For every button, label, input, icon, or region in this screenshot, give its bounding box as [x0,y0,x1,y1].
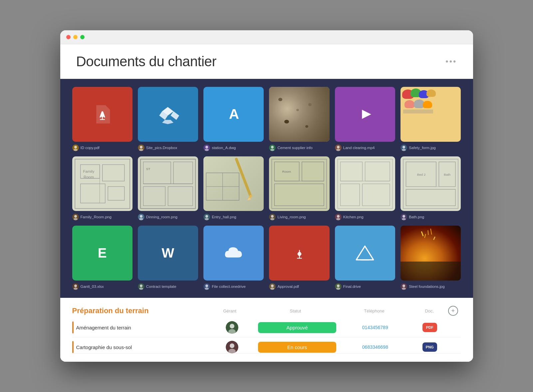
svg-marker-52 [247,197,251,200]
minimize-button[interactable] [73,35,78,39]
close-button[interactable] [66,35,71,39]
svg-point-23 [402,146,405,148]
avatar [203,283,210,290]
file-name: Gantt_03.xlsx [81,285,104,289]
grid-section: A ID copy.pdf [60,79,473,298]
avatar [138,214,144,220]
section-title-cell: Préparation du terrain [72,306,204,315]
svg-point-54 [205,215,208,218]
phone-number[interactable]: 0143456789 [336,325,414,330]
file-name: Approval.pdf [277,285,299,289]
svg-rect-39 [173,162,193,184]
list-item[interactable]: Site_pics.Dropbox [138,87,198,151]
list-item[interactable]: Kitchen.png [335,156,395,221]
avatar [269,214,276,220]
list-item[interactable]: Safety_form.jpg [400,87,461,151]
svg-point-63 [271,215,274,218]
list-item[interactable]: File collect.onedrive [203,226,264,290]
title-bar [60,30,473,44]
add-row-button[interactable]: + [448,306,458,316]
statut-cell: Approuvé [258,322,336,333]
list-item[interactable]: ST Dinning_room.png [138,156,198,221]
add-col-header: + [445,306,461,316]
task-cell: Cartographie du sous-sol [72,341,206,353]
svg-marker-7 [171,111,179,120]
doc-cell[interactable]: PDF [414,323,445,332]
list-item[interactable]: Land clearing.mp4 [335,87,395,151]
avatar [138,283,144,290]
list-item[interactable]: Entry_hall.png [203,156,264,221]
svg-point-88 [140,285,142,287]
list-item[interactable]: Approval.pdf [269,226,329,290]
svg-point-109 [230,343,234,348]
list-item[interactable]: Cement supplier info [269,87,329,151]
list-item[interactable]: A ID copy.pdf [72,87,133,151]
file-name: Safety_form.jpg [409,146,436,150]
maximize-button[interactable] [80,35,85,39]
section-title: Préparation du terrain [72,306,149,315]
col-header-statut: Statut [256,308,335,314]
svg-point-100 [337,285,340,287]
doc-cell[interactable]: PNG [414,342,445,352]
table-row: Cartographie du sous-sol En cours 068334… [72,337,461,354]
doc-badge: PNG [422,342,437,352]
svg-point-16 [271,146,274,148]
svg-point-85 [74,285,77,287]
file-name: Steel foundations.jpg [409,285,444,289]
svg-point-3 [74,146,77,148]
svg-point-72 [337,215,340,218]
file-name: station_A.dwg [212,146,236,150]
task-name: Cartographie du sous-sol [76,344,132,350]
list-item[interactable]: Family Room Family_Room.png [72,156,133,221]
avatar [72,214,79,220]
file-name: File collect.onedrive [212,285,246,289]
header-section: Documents du chantier ••• [60,44,473,79]
gerant-cell [206,321,258,334]
svg-point-91 [205,285,208,287]
file-name: Contract template [146,285,176,289]
table-section: Préparation du terrain Gérant Statut Tél… [60,298,473,362]
svg-rect-74 [403,159,458,208]
avatar [72,283,79,290]
svg-text:ST: ST [146,167,150,171]
file-name: Living_room.png [277,215,306,219]
svg-rect-69 [362,184,390,206]
svg-text:Family: Family [83,169,94,173]
svg-rect-68 [340,184,360,206]
svg-rect-77 [406,189,455,205]
phone-number[interactable]: 0683346698 [336,344,414,350]
list-item[interactable]: Final.drive [335,226,395,290]
svg-rect-42 [168,186,192,206]
svg-marker-8 [162,120,173,124]
gerant-cell [206,341,258,353]
list-item[interactable]: Steel foundations.jpg [400,226,461,290]
task-accent-bar [72,321,74,333]
list-item[interactable]: A station_A.dwg [203,87,264,151]
more-options-button[interactable]: ••• [445,57,457,66]
list-item[interactable]: Bed 2 Bath Bath.png [400,156,461,221]
avatar [269,283,276,290]
svg-point-10 [140,146,142,148]
list-item[interactable]: W Contract template [138,226,198,290]
avatar [335,283,342,290]
svg-rect-66 [340,162,362,181]
list-item[interactable]: Room Living_room.png [269,156,329,221]
svg-rect-59 [275,184,324,206]
svg-text:Bed 2: Bed 2 [417,172,426,176]
avatar [400,214,407,220]
statut-cell: En cours [258,342,336,353]
avatar [269,144,276,151]
col-header-doc: Doc. [413,308,445,314]
file-name: Entry_hall.png [212,215,236,219]
svg-rect-41 [143,186,165,206]
task-accent-bar [72,341,74,353]
col-tel-label: Téléphone [364,308,384,313]
tel-cell: 0143456789 [336,325,414,330]
tel-cell: 0683346698 [336,344,414,350]
table-row: Aménagement du terrain Approuvé 01434567… [72,318,461,337]
task-cell: Aménagement du terrain [72,321,206,333]
svg-point-95 [271,285,274,287]
status-badge: Approuvé [258,322,336,333]
avatar [138,144,144,151]
list-item[interactable]: E Gantt_03.xlsx [72,226,133,290]
